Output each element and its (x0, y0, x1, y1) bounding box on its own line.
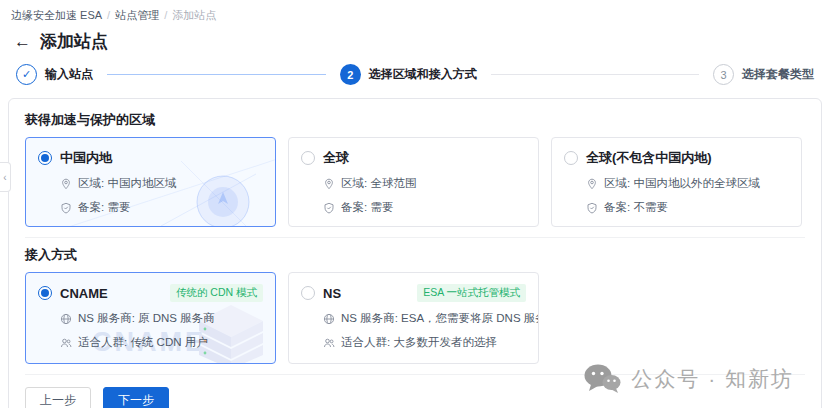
radio-global[interactable] (301, 151, 315, 165)
access-section-title: 接入方式 (25, 246, 805, 262)
location-pin-icon (60, 178, 72, 190)
step-1-label: 输入站点 (45, 66, 93, 83)
region-cards-row: 中国内地 区域: 中国内地区域 备案: 需要 全球 (25, 137, 805, 227)
radio-cname[interactable] (38, 286, 52, 300)
step-2-label: 选择区域和接入方式 (369, 66, 477, 83)
step-3-select-plan: 3 选择套餐类型 (713, 64, 814, 85)
filing-meta-text: 备案: 需要 (341, 200, 393, 215)
step-3-number: 3 (713, 64, 734, 85)
breadcrumb-item-site-management[interactable]: 站点管理 (115, 9, 159, 21)
region-card-title: 全球 (323, 149, 349, 167)
step-2-select-region-access: 2 选择区域和接入方式 (340, 64, 477, 85)
ns-provider-text: NS 服务商: ESA，您需要将原 DNS 服务器更改为 ESA (341, 311, 539, 326)
access-card-cname[interactable]: CNAME CNAME 传统的 CDN 模式 (25, 272, 276, 364)
filing-icon (586, 202, 598, 214)
access-card-title: CNAME (60, 286, 108, 301)
region-section-title: 获得加速与保护的区域 (25, 111, 805, 127)
audience-text: 适合人群: 大多数开发者的选择 (341, 335, 497, 350)
radio-china-mainland[interactable] (38, 151, 52, 165)
filing-meta-text: 备案: 需要 (78, 200, 130, 215)
chevron-left-icon: ‹ (3, 172, 6, 183)
region-card-china-mainland[interactable]: 中国内地 区域: 中国内地区域 备案: 需要 (25, 137, 276, 227)
step-3-label: 选择套餐类型 (742, 66, 814, 83)
region-card-title: 中国内地 (60, 149, 112, 167)
audience-text: 适合人群: 传统 CDN 用户 (78, 335, 208, 350)
ns-mode-badge: ESA 一站式托管模式 (417, 284, 526, 302)
filing-icon (60, 202, 72, 214)
region-card-global[interactable]: 全球 区域: 全球范围 备案: 需要 (288, 137, 539, 227)
region-meta-text: 区域: 中国内地区域 (78, 176, 176, 191)
breadcrumb-separator: / (107, 9, 110, 21)
page-header: ← 添加站点 (14, 30, 830, 53)
step-1-enter-site: ✓ 输入站点 (16, 64, 93, 85)
region-meta-text: 区域: 全球范围 (341, 176, 416, 191)
region-card-title: 全球(不包含中国内地) (586, 149, 712, 167)
page-watermark: 公众号 · 知新坊 (583, 363, 794, 395)
access-cards-row: CNAME CNAME 传统的 CDN 模式 (25, 272, 805, 364)
next-step-button[interactable]: 下一步 (103, 387, 169, 408)
step-2-number: 2 (340, 64, 361, 85)
breadcrumb: 边缘安全加速 ESA/站点管理/添加站点 (0, 0, 830, 23)
previous-step-button[interactable]: 上一步 (25, 387, 91, 408)
step-connector-inactive (491, 74, 699, 75)
location-pin-icon (323, 178, 335, 190)
region-card-global-excl-china[interactable]: 全球(不包含中国内地) 区域: 中国内地以外的全球区域 备案: 不需要 (551, 137, 802, 227)
step-wizard: ✓ 输入站点 2 选择区域和接入方式 3 选择套餐类型 (0, 53, 830, 91)
wechat-icon (583, 363, 621, 395)
users-icon (323, 337, 335, 349)
step-1-check-icon: ✓ (16, 64, 37, 85)
back-arrow-icon[interactable]: ← (14, 33, 31, 50)
cname-mode-badge: 传统的 CDN 模式 (170, 284, 263, 302)
step-connector-active (107, 74, 326, 75)
breadcrumb-item-add-site: 添加站点 (172, 9, 216, 21)
breadcrumb-item-esa[interactable]: 边缘安全加速 ESA (11, 9, 102, 21)
watermark-text: 公众号 · 知新坊 (631, 365, 794, 393)
access-method-section: 接入方式 CNAME CNA (25, 237, 805, 364)
filing-meta-text: 备案: 不需要 (604, 200, 668, 215)
filing-icon (323, 202, 335, 214)
sidebar-collapse-handle[interactable]: ‹ (0, 162, 11, 192)
location-pin-icon (586, 178, 598, 190)
access-card-title: NS (323, 286, 341, 301)
access-card-ns[interactable]: NS ESA 一站式托管模式 NS 服务商: ESA，您需要将原 DNS 服务器… (288, 272, 539, 364)
globe-icon (323, 313, 335, 325)
radio-global-excl-china[interactable] (564, 151, 578, 165)
add-site-panel: 获得加速与保护的区域 中国内地 区域: 中国内地区域 (8, 98, 822, 408)
ns-provider-text: NS 服务商: 原 DNS 服务商 (78, 311, 215, 326)
radio-ns[interactable] (301, 286, 315, 300)
globe-icon (60, 313, 72, 325)
users-icon (60, 337, 72, 349)
breadcrumb-separator: / (164, 9, 167, 21)
page-title: 添加站点 (40, 30, 108, 53)
region-meta-text: 区域: 中国内地以外的全球区域 (604, 176, 760, 191)
